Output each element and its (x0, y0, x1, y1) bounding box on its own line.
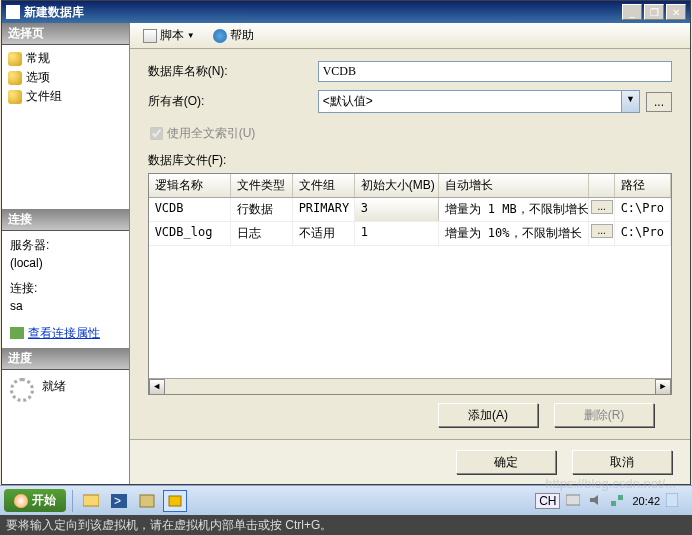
dropdown-arrow-icon: ▼ (187, 31, 195, 40)
start-button[interactable]: 开始 (4, 489, 66, 512)
script-button[interactable]: 脚本▼ (136, 24, 202, 47)
toolbar: 脚本▼ 帮助 (130, 23, 690, 49)
nav-filegroups[interactable]: 文件组 (2, 87, 129, 106)
system-tray: CH 20:42 (529, 493, 688, 509)
col-initsize[interactable]: 初始大小(MB) (355, 174, 439, 197)
language-indicator[interactable]: CH (535, 493, 560, 509)
window-title: 新建数据库 (24, 4, 622, 21)
quicklaunch-server[interactable] (135, 490, 159, 512)
ok-button[interactable]: 确定 (456, 450, 556, 474)
title-bar[interactable]: 新建数据库 _ ❐ ✕ (2, 1, 690, 23)
connection-value: sa (10, 299, 121, 313)
table-row[interactable]: VCDB 行数据 PRIMARY 3 增量为 1 MB，不限制增长 ... C:… (149, 198, 671, 222)
server-value: (local) (10, 256, 121, 270)
autogrow-edit-button[interactable]: ... (591, 224, 613, 238)
scroll-right-button[interactable]: ► (655, 379, 671, 395)
connection-label: 连接: (10, 280, 121, 297)
progress-status: 就绪 (42, 378, 66, 395)
cancel-button[interactable]: 取消 (572, 450, 672, 474)
table-header-row: 逻辑名称 文件类型 文件组 初始大小(MB) 自动增长 路径 (149, 174, 671, 198)
svg-rect-7 (611, 501, 616, 506)
progress-panel: 就绪 (2, 370, 129, 485)
svg-rect-5 (566, 495, 580, 505)
col-autogrow[interactable]: 自动增长 (439, 174, 589, 197)
view-connection-properties-link[interactable]: 查看连接属性 (10, 325, 121, 342)
owner-combo[interactable]: <默认值> (318, 90, 622, 113)
properties-icon (10, 327, 24, 339)
tray-show-desktop[interactable] (666, 493, 682, 509)
horizontal-scrollbar[interactable]: ◄ ► (149, 378, 671, 394)
files-label: 数据库文件(F): (148, 152, 672, 169)
dialog-footer: 确定 取消 (130, 439, 690, 484)
tray-icon[interactable] (566, 493, 582, 509)
vm-status-bar: 要将输入定向到该虚拟机，请在虚拟机内部单击或按 Ctrl+G。 (0, 515, 692, 535)
delete-button: 删除(R) (554, 403, 654, 427)
right-pane: 脚本▼ 帮助 数据库名称(N): 所有者(O): <默认值> ▼ ... (130, 23, 690, 484)
svg-rect-8 (618, 495, 623, 500)
start-orb-icon (14, 494, 28, 508)
help-button[interactable]: 帮助 (206, 24, 261, 47)
scroll-left-button[interactable]: ◄ (149, 379, 165, 395)
quicklaunch-ssms[interactable] (163, 490, 187, 512)
quicklaunch-powershell[interactable]: > (107, 490, 131, 512)
quicklaunch-explorer[interactable] (79, 490, 103, 512)
restore-button[interactable]: ❐ (644, 4, 664, 20)
app-icon (6, 5, 20, 19)
vm-status-text: 要将输入定向到该虚拟机，请在虚拟机内部单击或按 Ctrl+G。 (6, 517, 332, 534)
left-pane: 选择页 常规 选项 文件组 连接 服务器: (local) 连接: sa 查看连… (2, 23, 130, 484)
add-button[interactable]: 添加(A) (438, 403, 538, 427)
svg-text:>: > (114, 494, 121, 508)
fulltext-checkbox (150, 127, 163, 140)
clock[interactable]: 20:42 (632, 495, 660, 507)
nav-options[interactable]: 选项 (2, 68, 129, 87)
close-button[interactable]: ✕ (666, 4, 686, 20)
progress-spinner-icon (10, 378, 34, 402)
minimize-button[interactable]: _ (622, 4, 642, 20)
owner-browse-button[interactable]: ... (646, 92, 672, 112)
svg-rect-4 (169, 496, 181, 506)
svg-rect-3 (140, 495, 154, 507)
col-logical[interactable]: 逻辑名称 (149, 174, 231, 197)
files-table: 逻辑名称 文件类型 文件组 初始大小(MB) 自动增长 路径 VCDB 行数据 … (148, 173, 672, 395)
help-icon (213, 29, 227, 43)
svg-rect-0 (83, 495, 99, 506)
col-path[interactable]: 路径 (615, 174, 671, 197)
taskbar: 开始 > CH 20:42 (0, 485, 692, 515)
progress-header: 进度 (2, 348, 129, 370)
script-icon (143, 29, 157, 43)
col-filetype[interactable]: 文件类型 (231, 174, 293, 197)
connection-header: 连接 (2, 209, 129, 231)
tray-volume-icon[interactable] (588, 493, 604, 509)
svg-rect-9 (666, 493, 678, 507)
fulltext-label: 使用全文索引(U) (167, 125, 256, 142)
page-icon (8, 90, 22, 104)
page-icon (8, 52, 22, 66)
select-page-header: 选择页 (2, 23, 129, 45)
nav-general[interactable]: 常规 (2, 49, 129, 68)
autogrow-edit-button[interactable]: ... (591, 200, 613, 214)
owner-dropdown-button[interactable]: ▼ (622, 90, 640, 113)
tray-network-icon[interactable] (610, 493, 626, 509)
dbname-input[interactable] (318, 61, 672, 82)
server-label: 服务器: (10, 237, 121, 254)
page-icon (8, 71, 22, 85)
connection-panel: 服务器: (local) 连接: sa 查看连接属性 (2, 231, 129, 348)
dialog-window: 新建数据库 _ ❐ ✕ 选择页 常规 选项 文件组 连接 服务器: (local… (1, 0, 691, 485)
col-filegroup[interactable]: 文件组 (293, 174, 355, 197)
owner-label: 所有者(O): (148, 93, 318, 110)
dbname-label: 数据库名称(N): (148, 63, 318, 80)
table-row[interactable]: VCDB_log 日志 不适用 1 增量为 10%，不限制增长 ... C:\P… (149, 222, 671, 246)
svg-marker-6 (590, 495, 598, 505)
